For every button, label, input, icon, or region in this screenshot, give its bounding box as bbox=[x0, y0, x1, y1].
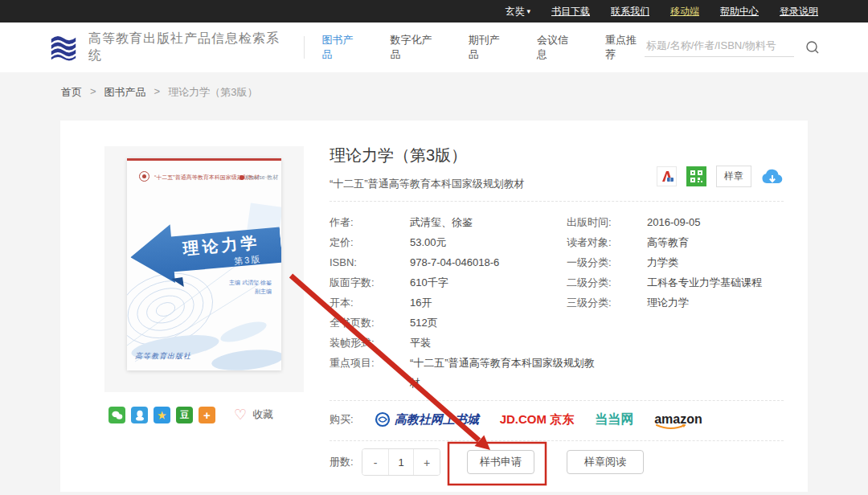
search-area bbox=[645, 38, 820, 57]
quantity-label: 册数: bbox=[330, 455, 362, 469]
cloud-download-icon[interactable] bbox=[761, 168, 784, 186]
share-qq-icon[interactable] bbox=[131, 407, 148, 423]
field-binding: 装帧形式:平装 bbox=[330, 333, 595, 353]
buy-label: 购买: bbox=[330, 412, 354, 427]
site-title: 高等教育出版社产品信息检索系统 bbox=[88, 31, 286, 64]
field-category-2: 二级分类:工科各专业力学基础课程 bbox=[567, 272, 784, 292]
detail-action-icons: 样章 bbox=[657, 166, 784, 187]
buy-row: 购买: 高教社网上书城 JD.COM 京东 当当网 amazon bbox=[330, 407, 702, 432]
press-app-icon[interactable] bbox=[657, 166, 677, 186]
page-title: 理论力学（第3版） bbox=[330, 145, 467, 166]
breadcrumb-separator: > bbox=[154, 85, 161, 100]
field-isbn: ISBN:978-7-04-046018-6 bbox=[330, 252, 595, 272]
cover-course-tag: iCourse·教材 bbox=[240, 174, 278, 182]
share-more-icon[interactable]: + bbox=[199, 407, 215, 423]
divider bbox=[330, 440, 784, 441]
divider bbox=[330, 400, 784, 401]
topbar-link-catalog-download[interactable]: 书目下载 bbox=[551, 5, 590, 18]
share-wechat-icon[interactable] bbox=[108, 407, 125, 423]
topbar-link-contact-us[interactable]: 联系我们 bbox=[611, 5, 649, 18]
sample-book-request-button[interactable]: 样书申请 bbox=[467, 450, 534, 474]
cover-credits-line2: 副主编 bbox=[229, 287, 272, 296]
nav-journals[interactable]: 期刊产品 bbox=[469, 33, 508, 62]
stacked-books-logo-icon bbox=[48, 32, 79, 63]
field-format: 开本:16开 bbox=[330, 292, 595, 313]
sample-chapter-button[interactable]: 样章 bbox=[716, 166, 751, 187]
field-author: 作者:武清玺、徐鉴 bbox=[330, 212, 595, 232]
favorite-button[interactable]: ♡ 收藏 bbox=[234, 407, 273, 422]
cover-publisher: 高等教育出版社 bbox=[135, 351, 191, 362]
breadcrumb-books[interactable]: 图书产品 bbox=[104, 85, 146, 100]
nav-digital[interactable]: 数字化产品 bbox=[391, 33, 440, 62]
search-icon[interactable] bbox=[805, 40, 820, 55]
cover-seal-icon bbox=[139, 171, 149, 182]
user-name: 玄奘 bbox=[505, 5, 524, 18]
cover-credits-line1: 主编 武清玺 徐鉴 bbox=[229, 278, 272, 287]
user-menu[interactable]: 玄奘 ▾ bbox=[505, 5, 530, 18]
heart-icon: ♡ bbox=[234, 407, 247, 422]
cover-course-label: iCourse·教材 bbox=[246, 174, 278, 182]
vendor-dangdang[interactable]: 当当网 bbox=[595, 411, 633, 428]
breadcrumb-separator: > bbox=[90, 85, 96, 100]
header: 高等教育出版社产品信息检索系统 图书产品 数字化产品 期刊产品 会议信息 重点推… bbox=[0, 22, 868, 72]
field-price: 定价:53.00元 bbox=[330, 232, 595, 252]
quantity-plus-button[interactable]: + bbox=[414, 449, 440, 475]
quantity-input[interactable] bbox=[388, 449, 414, 475]
share-bar: ★ 豆 + bbox=[108, 407, 215, 423]
topbar-link-login-guide[interactable]: 登录说明 bbox=[780, 5, 818, 18]
vendor-jd[interactable]: JD.COM 京东 bbox=[500, 412, 575, 428]
vendor-hep-bookstore[interactable]: 高教社网上书城 bbox=[375, 411, 479, 428]
book-cover-photo: “十二五”普通高等教育本科国家级规划教材 iCourse·教材 理论力学 第3版… bbox=[104, 146, 304, 392]
search-box bbox=[645, 38, 794, 57]
share-douban-icon[interactable]: 豆 bbox=[176, 407, 193, 423]
share-qzone-icon[interactable]: ★ bbox=[154, 407, 170, 423]
divider bbox=[330, 201, 784, 202]
field-word-count: 版面字数:610千字 bbox=[330, 272, 595, 292]
icourse-icon bbox=[240, 175, 244, 180]
sample-chapter-read-button[interactable]: 样章阅读 bbox=[567, 450, 644, 474]
order-row: 册数: - + 样书申请 样章阅读 bbox=[330, 448, 644, 476]
fields-left-column: 作者:武清玺、徐鉴 定价:53.00元 ISBN:978-7-04-046018… bbox=[330, 212, 595, 393]
fields-right-column: 出版时间:2016-09-05 读者对象:高等教育 一级分类:力学类 二级分类:… bbox=[567, 212, 784, 313]
breadcrumb-home[interactable]: 首页 bbox=[61, 85, 82, 100]
breadcrumb-current: 理论力学（第3版） bbox=[168, 85, 257, 100]
search-input[interactable] bbox=[645, 39, 789, 52]
amazon-smile-icon bbox=[655, 424, 687, 431]
breadcrumb: 首页 > 图书产品 > 理论力学（第3版） bbox=[61, 85, 257, 100]
field-category-3: 三级分类:理论力学 bbox=[567, 292, 784, 313]
topbar-link-help-center[interactable]: 帮助中心 bbox=[720, 5, 759, 18]
cover-credits: 主编 武清玺 徐鉴 副主编 bbox=[229, 278, 272, 296]
field-category-1: 一级分类:力学类 bbox=[567, 252, 784, 272]
quantity-minus-button[interactable]: - bbox=[362, 449, 388, 475]
nav-conferences[interactable]: 会议信息 bbox=[537, 33, 576, 62]
book-cover: “十二五”普通高等教育本科国家级规划教材 iCourse·教材 理论力学 第3版… bbox=[127, 158, 281, 370]
topbar: 玄奘 ▾ 书目下载 联系我们 移动端 帮助中心 登录说明 bbox=[0, 0, 868, 22]
field-pub-date: 出版时间:2016-09-05 bbox=[567, 212, 784, 232]
field-pages: 全书页数:512页 bbox=[330, 313, 595, 333]
vendor-amazon[interactable]: amazon bbox=[654, 412, 702, 427]
favorite-label: 收藏 bbox=[252, 407, 273, 422]
main-nav: 图书产品 数字化产品 期刊产品 会议信息 重点推荐 bbox=[322, 33, 645, 62]
nav-featured[interactable]: 重点推荐 bbox=[605, 33, 645, 62]
product-detail-card: “十二五”普通高等教育本科国家级规划教材 iCourse·教材 理论力学 第3版… bbox=[60, 121, 808, 492]
hep-store-icon bbox=[375, 411, 391, 428]
qrcode-icon[interactable] bbox=[686, 166, 706, 186]
nav-books[interactable]: 图书产品 bbox=[322, 33, 362, 62]
field-key-project: 重点项目:“十二五”普通高等教育本科国家级规划教材 bbox=[330, 353, 595, 393]
field-audience: 读者对象:高等教育 bbox=[567, 232, 784, 252]
quantity-stepper: - + bbox=[362, 448, 440, 476]
book-details: 理论力学（第3版） “十二五”普通高等教育本科国家级规划教材 bbox=[330, 145, 784, 482]
book-subtitle: “十二五”普通高等教育本科国家级规划教材 bbox=[330, 177, 525, 191]
topbar-link-mobile[interactable]: 移动端 bbox=[670, 5, 699, 18]
caret-down-icon: ▾ bbox=[526, 7, 530, 15]
header-divider bbox=[304, 36, 305, 59]
cover-arrow-fold bbox=[171, 277, 184, 288]
